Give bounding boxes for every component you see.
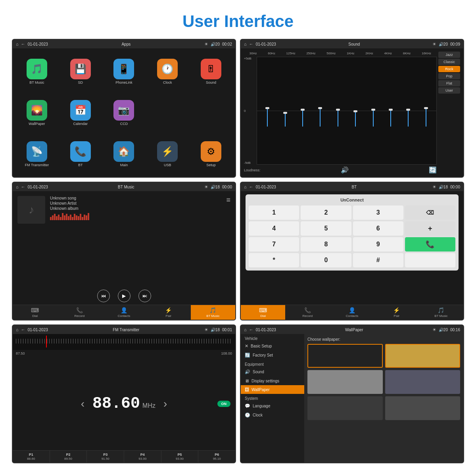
dial-key-3[interactable]: 3 <box>353 205 403 220</box>
app-main[interactable]: 🏠 Main <box>103 134 145 174</box>
eq-slider-500hz[interactable] <box>329 95 347 127</box>
fm-home-icon[interactable]: ⌂ <box>16 327 19 332</box>
btmusic-back-icon[interactable]: ← <box>21 184 25 189</box>
eq-slider-60hz[interactable] <box>276 95 294 127</box>
bt-tab-record[interactable]: 📞 Record <box>285 305 330 320</box>
dial-key-2[interactable]: 2 <box>301 205 351 220</box>
fm-back-icon[interactable]: ← <box>21 327 25 332</box>
fm-preset-p3[interactable]: P3 91.50 <box>87 451 124 463</box>
wp-item-sound[interactable]: 🔊 Sound <box>241 367 304 376</box>
eq-preset-flat[interactable]: Flat <box>438 80 460 86</box>
play-button[interactable]: ▶ <box>118 290 131 302</box>
dial-key-0[interactable]: 0 <box>301 253 351 267</box>
eq-slider-8khz[interactable] <box>399 95 417 127</box>
eq-loudness-icon[interactable]: 🔊 <box>341 166 349 174</box>
app-clock[interactable]: 🕐 Clock <box>146 52 188 91</box>
sound-home-icon[interactable]: ⌂ <box>244 42 247 46</box>
tab-record[interactable]: 📞 Record <box>57 305 102 320</box>
wp-item-language[interactable]: 💬 Language <box>241 401 304 411</box>
dial-key-hash[interactable]: # <box>353 253 403 267</box>
prev-button[interactable]: ⏮ <box>97 290 110 302</box>
eq-slider-250hz[interactable] <box>311 95 329 127</box>
fm-brightness-icon[interactable]: ☀ <box>204 327 208 332</box>
dial-key-7[interactable]: 7 <box>249 237 299 251</box>
bt-tab-pair[interactable]: ⚡ Pair <box>374 305 419 320</box>
dial-key-8[interactable]: 8 <box>301 237 351 251</box>
app-sound[interactable]: 🎚 Sound <box>190 52 232 91</box>
dial-key-4[interactable]: 4 <box>249 221 299 236</box>
fm-preset-p1[interactable]: P1 88.60 <box>13 451 50 463</box>
dial-key-9[interactable]: 9 <box>353 237 403 251</box>
fm-on-toggle[interactable]: ON <box>217 401 231 407</box>
fm-preset-p2[interactable]: P2 89.50 <box>50 451 87 463</box>
dial-key-1[interactable]: 1 <box>249 205 299 220</box>
tab-pair[interactable]: ⚡ Pair <box>146 305 191 320</box>
eq-preset-jazz[interactable]: Jazz <box>438 52 460 58</box>
eq-slider-2khz[interactable] <box>364 95 382 127</box>
app-setup[interactable]: ⚙ Setup <box>190 134 232 174</box>
eq-slider-125hz[interactable] <box>294 95 311 127</box>
dial-key-5[interactable]: 5 <box>301 221 351 236</box>
eq-slider-30hz[interactable] <box>259 95 276 127</box>
app-phonelink[interactable]: 📱 PhoneLink <box>103 52 145 91</box>
fm-next-button[interactable]: › <box>163 397 167 410</box>
app-ccd[interactable]: 📷 CCD <box>103 93 145 132</box>
tab-contacts[interactable]: 👤 Contacts <box>102 305 146 320</box>
eq-slider-1khz[interactable] <box>347 95 364 127</box>
dial-key-backspace[interactable]: ⌫ <box>405 205 455 220</box>
wp-brightness-icon[interactable]: ☀ <box>432 327 436 332</box>
wp-thumb-2[interactable] <box>385 344 461 368</box>
eq-preset-pop[interactable]: Pop <box>438 73 460 79</box>
fm-prev-button[interactable]: ‹ <box>81 397 84 410</box>
wp-item-factory-set[interactable]: 🔄 Factory Set <box>241 351 304 360</box>
wp-home-icon[interactable]: ⌂ <box>244 327 247 332</box>
eq-preset-user[interactable]: User <box>438 87 460 94</box>
eq-preset-rock[interactable]: Rock <box>438 66 460 72</box>
dial-key-call[interactable]: 📞 <box>405 237 455 251</box>
wp-item-wallpaper[interactable]: 🖼 WallPaper <box>241 385 304 394</box>
tab-btmusic[interactable]: 🎵 BT Music <box>191 305 235 320</box>
fm-preset-p5[interactable]: P5 93.90 <box>161 451 199 463</box>
playlist-icon[interactable]: ≡ <box>226 196 230 204</box>
tab-dial[interactable]: ⌨ Dial <box>13 305 57 320</box>
wp-thumb-3[interactable] <box>307 370 383 394</box>
eq-reset-icon[interactable]: 🔄 <box>429 166 437 174</box>
back-icon[interactable]: ← <box>21 42 25 46</box>
fm-preset-p4[interactable]: P4 93.00 <box>124 451 161 463</box>
app-sd[interactable]: 💾 SD <box>60 52 102 91</box>
eq-preset-classic[interactable]: Classic <box>438 59 460 65</box>
bt-tab-btmusic[interactable]: 🎵 BT Music <box>419 305 463 320</box>
btmusic-brightness-icon[interactable]: ☀ <box>204 184 208 190</box>
app-fm[interactable]: 📡 FM Transmitter <box>16 134 58 174</box>
wp-thumb-6[interactable] <box>385 396 461 420</box>
btmusic-home-icon[interactable]: ⌂ <box>16 184 19 189</box>
sound-back-icon[interactable]: ← <box>249 42 253 46</box>
bt-back-icon[interactable]: ← <box>249 184 253 189</box>
fm-preset-p6[interactable]: P6 95.10 <box>198 451 235 463</box>
dial-key-6[interactable]: 6 <box>353 221 403 236</box>
app-calendar[interactable]: 📅 Calendar <box>60 93 102 132</box>
dial-key-plus[interactable]: + <box>405 221 455 236</box>
home-icon[interactable]: ⌂ <box>16 42 19 46</box>
wp-item-basic-setup[interactable]: ✕ Basic Setup <box>241 342 304 351</box>
bt-tab-contacts[interactable]: 👤 Contacts <box>330 305 374 320</box>
wp-thumb-1[interactable] <box>307 344 383 368</box>
app-bt[interactable]: 📞 BT <box>60 134 102 174</box>
dial-key-star[interactable]: * <box>249 253 299 267</box>
wp-item-display[interactable]: 🖥 Display settings <box>241 376 304 385</box>
bt-tab-dial[interactable]: ⌨ Dial <box>241 305 285 320</box>
wp-thumb-5[interactable] <box>307 396 383 420</box>
app-wallpaper[interactable]: 🌄 WallPaper <box>16 93 58 132</box>
brightness-icon[interactable]: ☀ <box>204 42 208 47</box>
sound-brightness-icon[interactable]: ☀ <box>432 42 436 47</box>
wp-back-icon[interactable]: ← <box>249 327 253 332</box>
bt-home-icon[interactable]: ⌂ <box>244 184 247 189</box>
eq-slider-4khz[interactable] <box>382 95 399 127</box>
bt-brightness-icon[interactable]: ☀ <box>432 184 436 190</box>
app-usb[interactable]: ⚡ USB <box>146 134 188 174</box>
eq-slider-16khz[interactable] <box>417 95 435 127</box>
next-button[interactable]: ⏭ <box>138 290 151 302</box>
app-btmusic[interactable]: 🎵 BT Music <box>16 52 58 91</box>
wp-thumb-4[interactable] <box>385 370 461 394</box>
wp-item-clock[interactable]: 🕐 Clock <box>241 411 304 420</box>
